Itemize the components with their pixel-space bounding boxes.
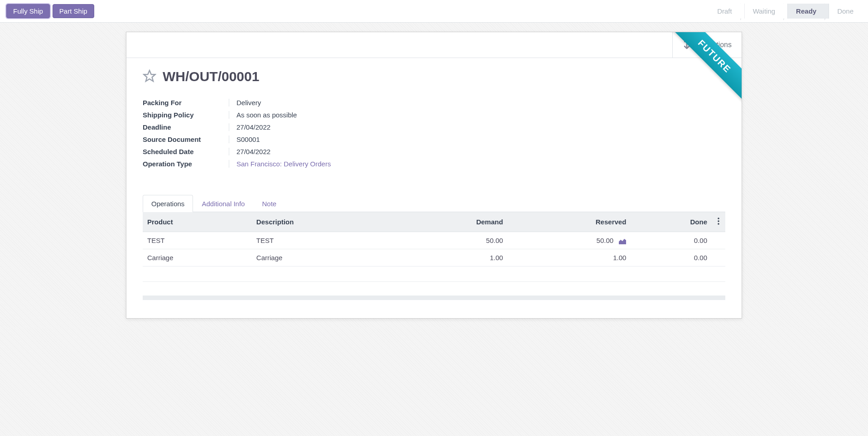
cell-reserved: 50.00 bbox=[507, 232, 631, 249]
scheduled-date-label: Scheduled Date bbox=[143, 148, 229, 155]
footer-scrollbar[interactable] bbox=[143, 296, 725, 300]
table-header-row: Product Description Demand Reserved Done bbox=[143, 212, 725, 232]
deadline-label: Deadline bbox=[143, 123, 229, 131]
svg-point-2 bbox=[718, 220, 719, 222]
status-step-draft[interactable]: Draft bbox=[709, 4, 740, 19]
favorite-star-icon[interactable] bbox=[143, 69, 156, 84]
button-box: Operations bbox=[126, 32, 742, 58]
shipping-policy-label: Shipping Policy bbox=[143, 111, 229, 119]
cell-product: Carriage bbox=[143, 249, 252, 266]
toolbar-left: Fully Ship Part Ship bbox=[6, 4, 94, 18]
part-ship-button[interactable]: Part Ship bbox=[53, 4, 94, 18]
tab-note[interactable]: Note bbox=[253, 195, 285, 212]
table-row[interactable]: Carriage Carriage 1.00 1.00 0.00 bbox=[143, 249, 725, 266]
packing-for-label: Packing For bbox=[143, 99, 229, 107]
title-row: WH/OUT/00001 bbox=[143, 69, 725, 84]
forecast-chart-icon[interactable] bbox=[619, 238, 626, 244]
status-bar: Draft Waiting Ready Done bbox=[709, 4, 862, 19]
operations-table: Product Description Demand Reserved Done bbox=[143, 212, 725, 282]
source-document-value: S00001 bbox=[229, 136, 460, 143]
add-line-row[interactable] bbox=[143, 266, 725, 282]
svg-marker-0 bbox=[144, 70, 155, 81]
scheduled-date-value: 27/04/2022 bbox=[229, 148, 460, 155]
action-toolbar: Fully Ship Part Ship Draft Waiting Ready… bbox=[0, 0, 868, 23]
col-menu[interactable] bbox=[712, 212, 725, 232]
status-step-ready[interactable]: Ready bbox=[783, 4, 825, 19]
table-body: TEST TEST 50.00 50.00 0.00 Car bbox=[143, 232, 725, 282]
operation-type-label: Operation Type bbox=[143, 160, 229, 168]
fully-ship-button[interactable]: Fully Ship bbox=[6, 4, 50, 18]
source-document-label: Source Document bbox=[143, 136, 229, 143]
deadline-value: 27/04/2022 bbox=[229, 123, 460, 131]
cell-product: TEST bbox=[143, 232, 252, 249]
sheet-content: WH/OUT/00001 Packing For Delivery Shippi… bbox=[126, 58, 742, 318]
cell-demand: 50.00 bbox=[396, 232, 507, 249]
shipping-policy-value: As soon as possible bbox=[229, 111, 460, 119]
col-reserved[interactable]: Reserved bbox=[507, 212, 631, 232]
cell-demand: 1.00 bbox=[396, 249, 507, 266]
main-container: Operations FUTURE WH/OUT/00001 Packing F… bbox=[117, 32, 751, 319]
col-done[interactable]: Done bbox=[631, 212, 712, 232]
col-demand[interactable]: Demand bbox=[396, 212, 507, 232]
svg-point-1 bbox=[718, 218, 719, 219]
kebab-icon bbox=[718, 218, 719, 226]
col-product[interactable]: Product bbox=[143, 212, 252, 232]
status-step-done[interactable]: Done bbox=[825, 4, 862, 19]
cell-description: TEST bbox=[252, 232, 396, 249]
cell-done: 0.00 bbox=[631, 232, 712, 249]
cell-done: 0.00 bbox=[631, 249, 712, 266]
cell-description: Carriage bbox=[252, 249, 396, 266]
cell-reserved: 1.00 bbox=[507, 249, 631, 266]
tabs: Operations Additional Info Note bbox=[143, 195, 725, 212]
form-sheet: Operations FUTURE WH/OUT/00001 Packing F… bbox=[126, 32, 742, 319]
record-title: WH/OUT/00001 bbox=[163, 69, 259, 84]
status-step-waiting[interactable]: Waiting bbox=[740, 4, 783, 19]
tab-operations[interactable]: Operations bbox=[143, 195, 193, 212]
packing-for-value: Delivery bbox=[229, 99, 460, 107]
col-description[interactable]: Description bbox=[252, 212, 396, 232]
svg-point-3 bbox=[718, 223, 719, 225]
table-row[interactable]: TEST TEST 50.00 50.00 0.00 bbox=[143, 232, 725, 249]
field-grid: Packing For Delivery Shipping Policy As … bbox=[143, 99, 460, 168]
operation-type-link[interactable]: San Francisco: Delivery Orders bbox=[229, 160, 460, 168]
tab-additional-info[interactable]: Additional Info bbox=[193, 195, 253, 212]
